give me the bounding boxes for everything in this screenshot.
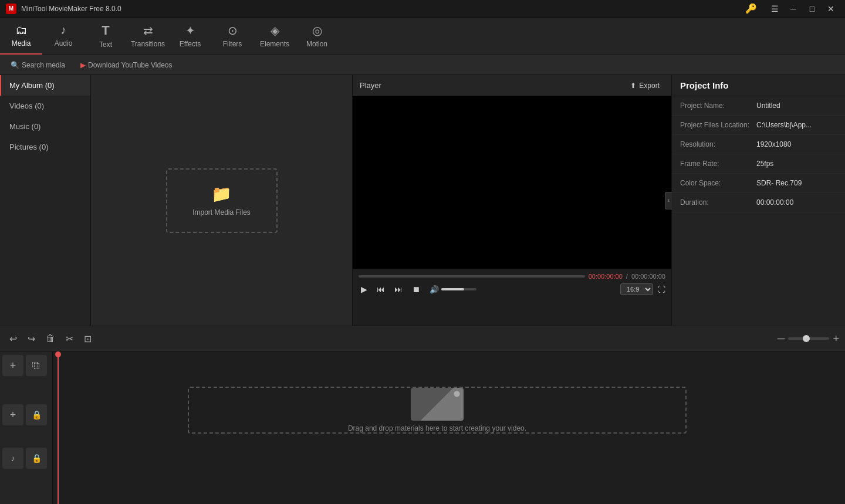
export-label: Export	[639, 82, 660, 90]
info-row-name: Project Name: Untitled	[672, 96, 845, 116]
toolbar-label-filters: Filters	[223, 40, 242, 48]
toolbar-item-media[interactable]: 🗂 Media	[0, 18, 42, 55]
audio-track-lock-button[interactable]: 🔒	[26, 448, 47, 469]
music-label: Music (0)	[9, 122, 40, 131]
export-button[interactable]: ⬆ Export	[626, 80, 664, 92]
toolbar-item-elements[interactable]: ◈ Elements	[254, 18, 296, 55]
player-controls: 00:00:00:00 / 00:00:00:00 ▶ ⏮ ⏭ ⏹ 🔊 16:9…	[353, 269, 671, 299]
filters-icon: ⊙	[228, 23, 238, 38]
toolbar-label-elements: Elements	[260, 40, 289, 48]
video-track-lock-button[interactable]: 🔒	[26, 404, 47, 425]
videos-label: Videos (0)	[9, 102, 44, 110]
video-track-add-button[interactable]: +	[2, 404, 23, 425]
progress-bar[interactable]	[359, 275, 585, 278]
zoom-minus-button[interactable]: ─	[778, 333, 785, 345]
toolbar-item-filters[interactable]: ⊙ Filters	[211, 18, 254, 55]
project-info-header: Project Info	[672, 75, 845, 96]
toolbar-item-effects[interactable]: ✦ Effects	[169, 18, 211, 55]
add-track-button[interactable]: +	[2, 355, 23, 376]
toolbar-item-audio[interactable]: ♪ Audio	[42, 18, 84, 55]
close-button[interactable]: ✕	[823, 2, 839, 15]
sidebar-item-music[interactable]: Music (0)	[0, 116, 90, 137]
undo-button[interactable]: ↩	[6, 331, 21, 347]
export-icon: ⬆	[630, 82, 636, 90]
stop-button[interactable]: ⏹	[410, 283, 422, 295]
left-sidebar: My Album (0) Videos (0) Music (0) Pictur…	[0, 75, 91, 326]
delete-button[interactable]: 🗑	[42, 331, 59, 346]
player-title: Player	[360, 81, 381, 90]
import-media-box[interactable]: 📁 Import Media Files	[166, 168, 278, 233]
info-label-colorspace: Color Space:	[680, 179, 756, 187]
info-value-location: C:\Users\bj\App...	[756, 121, 837, 129]
copy-track-button[interactable]: ⿻	[26, 355, 47, 376]
sidebar-item-videos[interactable]: Videos (0)	[0, 96, 90, 116]
cut-button[interactable]: ✂	[62, 331, 77, 347]
drop-zone-placeholder-image	[411, 388, 464, 421]
title-bar: M MiniTool MovieMaker Free 8.0.0 🔑 ☰ ─ □…	[0, 0, 845, 18]
info-value-framerate: 25fps	[756, 160, 837, 168]
redo-button[interactable]: ↪	[24, 331, 39, 347]
youtube-icon: ▶	[80, 61, 86, 69]
toolbar-label-text: Text	[99, 40, 112, 49]
toolbar-item-transitions[interactable]: ⇄ Transitions	[127, 18, 169, 55]
media-panel: 📁 Import Media Files	[91, 75, 352, 326]
youtube-label: Download YouTube Videos	[88, 61, 172, 69]
volume-fill	[441, 288, 464, 290]
maximize-button[interactable]: □	[804, 2, 820, 15]
zoom-container: ─ +	[778, 333, 839, 345]
drop-zone-text: Drag and drop materials here to start cr…	[348, 424, 526, 432]
timeline-toolbar: ↩ ↪ 🗑 ✂ ⊡ ─ +	[0, 326, 845, 351]
control-buttons: ▶ ⏮ ⏭ ⏹ 🔊 16:9 9:16 1:1 4:3 ⛶	[359, 283, 665, 295]
timeline-left: + ⿻ + 🔒 ♪ 🔒	[0, 351, 53, 504]
sidebar-item-pictures[interactable]: Pictures (0)	[0, 137, 90, 157]
project-info-panel: Project Info Project Name: Untitled Proj…	[672, 75, 845, 326]
motion-icon: ◎	[312, 23, 322, 38]
effects-icon: ✦	[185, 23, 195, 38]
player-header: Player ⬆ Export	[353, 75, 671, 96]
toolbar-label-audio: Audio	[55, 39, 73, 48]
timeline-bar: 00:00:00:00 / 00:00:00:00	[359, 273, 665, 280]
myalbum-label: My Album (0)	[9, 81, 55, 90]
menu-button[interactable]: ☰	[766, 2, 783, 15]
play-button[interactable]: ▶	[359, 283, 370, 295]
key-icon: 🔑	[745, 3, 757, 14]
fullscreen-button[interactable]: ⛶	[658, 285, 665, 294]
search-icon: 🔍	[11, 61, 19, 69]
title-controls: ☰ ─ □ ✕	[766, 2, 839, 15]
timeline-drop-zone[interactable]: Drag and drop materials here to start cr…	[188, 387, 687, 434]
toolbar-item-motion[interactable]: ◎ Motion	[296, 18, 338, 55]
search-media-tab[interactable]: 🔍 Search media	[5, 59, 71, 72]
aspect-ratio-select[interactable]: 16:9 9:16 1:1 4:3	[620, 283, 653, 295]
info-row-location: Project Files Location: C:\Users\bj\App.…	[672, 116, 845, 135]
media-icon: 🗂	[15, 23, 27, 37]
time-separator: /	[626, 273, 628, 280]
app-title: MiniTool MovieMaker Free 8.0.0	[21, 5, 741, 13]
app-logo: M	[6, 4, 16, 14]
info-row-resolution: Resolution: 1920x1080	[672, 135, 845, 154]
total-time: 00:00:00:00	[631, 273, 665, 280]
info-row-duration: Duration: 00:00:00:00	[672, 193, 845, 212]
timeline-content: Drag and drop materials here to start cr…	[53, 351, 845, 504]
skip-back-button[interactable]: ⏮	[374, 283, 387, 295]
video-canvas	[353, 96, 671, 269]
toolbar-item-text[interactable]: T Text	[84, 18, 127, 55]
text-icon: T	[102, 23, 109, 38]
info-label-framerate: Frame Rate:	[680, 160, 756, 168]
timeline-panel: + ⿻ + 🔒 ♪ 🔒 Drag and drop materials here…	[0, 351, 845, 504]
transitions-icon: ⇄	[143, 23, 153, 38]
audio-track-button[interactable]: ♪	[2, 448, 23, 469]
zoom-track[interactable]	[788, 337, 829, 340]
volume-bar[interactable]	[441, 288, 476, 290]
sidebar-item-myalbum[interactable]: My Album (0)	[0, 75, 90, 96]
volume-icon: 🔊	[430, 285, 439, 294]
skip-forward-button[interactable]: ⏭	[392, 283, 405, 295]
info-label-name: Project Name:	[680, 102, 756, 110]
zoom-thumb[interactable]	[803, 335, 810, 342]
zoom-plus-button[interactable]: +	[833, 333, 839, 345]
folder-icon: 📁	[211, 184, 232, 204]
collapse-panel-button[interactable]: ‹	[665, 192, 672, 209]
youtube-download-tab[interactable]: ▶ Download YouTube Videos	[75, 59, 178, 72]
crop-button[interactable]: ⊡	[80, 331, 95, 347]
toolbar-label-transitions: Transitions	[131, 40, 165, 48]
minimize-button[interactable]: ─	[785, 2, 802, 15]
